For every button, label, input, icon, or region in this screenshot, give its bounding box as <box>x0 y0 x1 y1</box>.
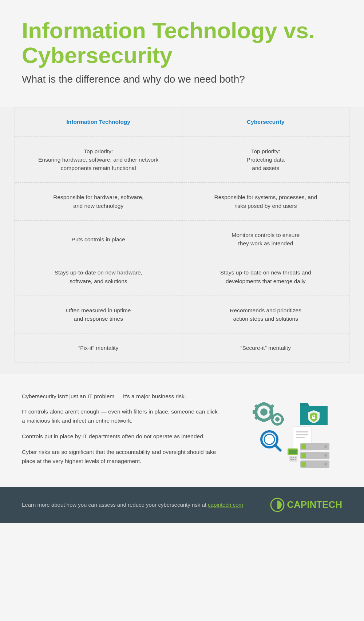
cyber-cell-2: Monitors controls to ensure they work as… <box>182 220 349 258</box>
comparison-table: Information Technology Cybersecurity Top… <box>15 107 349 363</box>
svg-rect-18 <box>296 431 308 432</box>
svg-rect-3 <box>262 419 266 422</box>
svg-rect-28 <box>301 453 306 458</box>
it-cell-5: “Fix-it” mentality <box>15 333 182 363</box>
comparison-row-4: Often measured in uptime and response ti… <box>15 296 349 333</box>
col-header-it: Information Technology <box>15 107 182 137</box>
svg-point-26 <box>324 445 327 448</box>
footer-logo: CAPINTECH <box>270 498 342 512</box>
svg-rect-35 <box>293 457 294 458</box>
comparison-row-3: Stays up-to-date on new hardware, softwa… <box>15 258 349 296</box>
svg-rect-12 <box>276 413 279 415</box>
cyber-cell-1: Responsible for systems, processes, and … <box>182 183 349 221</box>
svg-line-23 <box>275 445 280 450</box>
comparison-row-5: “Fix-it” mentality“Secure-it” mentality <box>15 333 349 363</box>
col-header-cyber: Cybersecurity <box>182 107 349 137</box>
cyber-cell-5: “Secure-it” mentality <box>182 333 349 363</box>
svg-point-1 <box>260 408 268 416</box>
svg-rect-16 <box>312 417 315 419</box>
svg-rect-36 <box>295 457 296 458</box>
footer-link[interactable]: capintech.com <box>208 502 243 508</box>
svg-rect-40 <box>289 450 297 454</box>
info-para-2: IT controls alone aren't enough — even w… <box>22 407 222 426</box>
main-title: Information Technology vs. Cybersecurity <box>22 18 342 68</box>
comparison-row-1: Responsible for hardware, software, and … <box>15 183 349 221</box>
it-cell-3: Stays up-to-date on new hardware, softwa… <box>15 258 182 296</box>
svg-rect-14 <box>271 418 273 421</box>
logo-icon-svg <box>270 498 285 512</box>
svg-rect-31 <box>301 462 306 467</box>
cyber-cell-0: Top priority: Protecting data and assets <box>182 137 349 183</box>
info-para-1: Cybersecurity isn't just an IT problem —… <box>22 392 222 401</box>
comparison-row-2: Puts controls in placeMonitors controls … <box>15 220 349 258</box>
comparison-row-0: Top priority: Ensuring hardware, softwar… <box>15 137 349 183</box>
svg-rect-15 <box>282 418 284 421</box>
subtitle: What is the difference and why do we nee… <box>22 74 342 85</box>
svg-point-22 <box>264 434 274 444</box>
illustration-svg <box>237 392 339 472</box>
svg-rect-13 <box>276 423 279 426</box>
svg-rect-25 <box>301 444 306 449</box>
svg-rect-37 <box>290 459 294 460</box>
svg-rect-34 <box>290 457 292 458</box>
it-cell-2: Puts controls in place <box>15 220 182 258</box>
it-cell-4: Often measured in uptime and response ti… <box>15 296 182 333</box>
svg-rect-19 <box>296 434 308 435</box>
header-section: Information Technology vs. Cybersecurity… <box>0 0 364 107</box>
info-para-4: Cyber risks are so significant that the … <box>22 448 222 466</box>
svg-rect-4 <box>253 410 256 414</box>
svg-point-32 <box>324 463 327 466</box>
it-cell-1: Responsible for hardware, software, and … <box>15 183 182 221</box>
info-section: Cybersecurity isn't just an IT problem —… <box>0 374 364 487</box>
comparison-section: Information Technology Cybersecurity Top… <box>0 107 364 373</box>
info-para-3: Controls put in place by IT departments … <box>22 432 222 441</box>
svg-rect-2 <box>262 402 266 405</box>
logo-tech: TECH <box>316 499 342 510</box>
info-text-block: Cybersecurity isn't just an IT problem —… <box>22 392 222 466</box>
footer-text: Learn more about how you can assess and … <box>22 501 256 509</box>
footer-text-static: Learn more about how you can assess and … <box>22 502 208 508</box>
cyber-cell-4: Recommends and prioritizes action steps … <box>182 296 349 333</box>
info-illustration <box>233 392 342 472</box>
cyber-cell-3: Stays up-to-date on new threats and deve… <box>182 258 349 296</box>
svg-rect-33 <box>289 456 297 462</box>
logo-text: CAPINTECH <box>287 499 342 510</box>
svg-rect-20 <box>296 437 305 438</box>
footer: Learn more about how you can assess and … <box>0 487 364 523</box>
svg-rect-5 <box>269 410 272 414</box>
logo-capin: CAPIN <box>287 499 316 510</box>
svg-point-11 <box>275 417 280 422</box>
svg-rect-38 <box>295 459 296 460</box>
svg-point-29 <box>324 454 327 457</box>
it-cell-0: Top priority: Ensuring hardware, softwar… <box>15 137 182 183</box>
